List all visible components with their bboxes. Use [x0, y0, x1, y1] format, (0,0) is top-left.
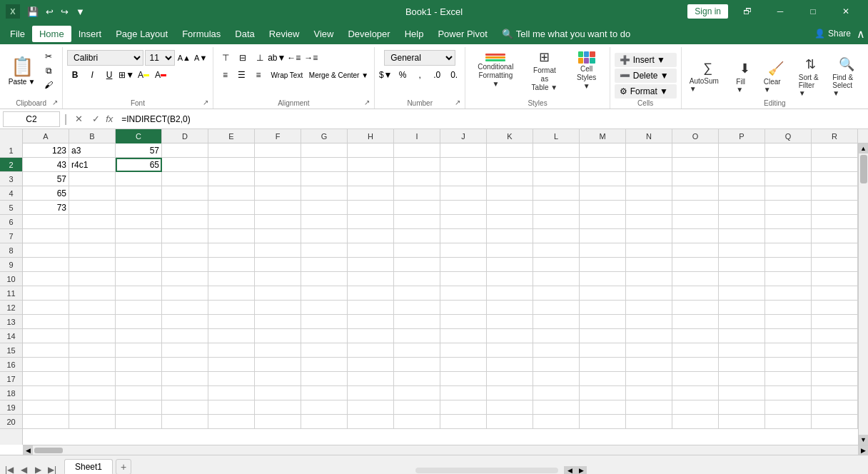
orientation-btn[interactable]: ab▼	[269, 50, 285, 66]
menu-formulas[interactable]: Formulas	[175, 26, 228, 42]
cell-k10[interactable]	[487, 272, 533, 286]
cell-k2[interactable]	[487, 158, 533, 172]
cell-p20[interactable]	[719, 415, 765, 429]
cell-m1[interactable]	[580, 143, 626, 158]
cell-c15[interactable]	[116, 343, 162, 358]
cell-r3[interactable]	[812, 172, 858, 186]
autosum-btn[interactable]: ∑ AutoSum ▼	[686, 57, 730, 96]
cell-m17[interactable]	[580, 372, 626, 386]
cell-o14[interactable]	[672, 329, 719, 343]
cell-d6[interactable]	[162, 215, 208, 229]
cell-o18[interactable]	[672, 386, 719, 400]
format-cells-btn[interactable]: ⚙ Format ▼	[615, 84, 677, 99]
menu-help[interactable]: Help	[398, 26, 431, 42]
formula-input[interactable]: =INDIRECT(B2,0)	[118, 111, 865, 127]
cell-b18[interactable]	[69, 386, 116, 400]
border-button[interactable]: ⊞▼	[118, 67, 134, 83]
cell-k12[interactable]	[487, 301, 533, 315]
cell-o12[interactable]	[672, 301, 719, 315]
cell-a9[interactable]	[23, 258, 69, 272]
cell-m2[interactable]	[580, 158, 626, 172]
cell-j15[interactable]	[440, 343, 487, 358]
cell-r9[interactable]	[812, 258, 858, 272]
menu-insert[interactable]: Insert	[71, 26, 109, 42]
cell-o9[interactable]	[672, 258, 719, 272]
cell-b10[interactable]	[69, 272, 116, 286]
cell-c20[interactable]	[116, 415, 162, 429]
cell-h11[interactable]	[348, 286, 394, 301]
cell-e16[interactable]	[208, 358, 255, 372]
row-num-18[interactable]: 18	[0, 386, 22, 400]
decrease-font-btn[interactable]: A▼	[193, 50, 208, 66]
cell-f18[interactable]	[255, 386, 301, 400]
cell-e4[interactable]	[208, 186, 255, 201]
cell-b7[interactable]	[69, 229, 116, 243]
cell-c13[interactable]	[116, 315, 162, 329]
scroll-right-btn[interactable]: ▶	[858, 445, 868, 455]
cell-d5[interactable]	[162, 201, 208, 215]
font-color-button[interactable]: A	[153, 67, 168, 83]
cell-f16[interactable]	[255, 358, 301, 372]
cell-n2[interactable]	[626, 158, 672, 172]
cancel-formula-btn[interactable]: ✕	[71, 112, 86, 126]
cell-k15[interactable]	[487, 343, 533, 358]
row-num-15[interactable]: 15	[0, 343, 22, 358]
cell-b13[interactable]	[69, 315, 116, 329]
cell-r1[interactable]	[812, 143, 858, 158]
cell-p10[interactable]	[719, 272, 765, 286]
cell-q14[interactable]	[765, 329, 812, 343]
cell-a14[interactable]	[23, 329, 69, 343]
cell-h17[interactable]	[348, 372, 394, 386]
cell-c19[interactable]	[116, 400, 162, 415]
cell-d2[interactable]	[162, 158, 208, 172]
cell-g1[interactable]	[301, 143, 348, 158]
cell-h14[interactable]	[348, 329, 394, 343]
increase-decimal-btn[interactable]: 0.	[446, 67, 462, 83]
cell-l18[interactable]	[533, 386, 580, 400]
cell-k8[interactable]	[487, 243, 533, 258]
cell-l17[interactable]	[533, 372, 580, 386]
cell-f3[interactable]	[255, 172, 301, 186]
font-face-select[interactable]: Calibri	[67, 50, 143, 66]
cell-g11[interactable]	[301, 286, 348, 301]
align-bottom-btn[interactable]: ⊥	[252, 50, 268, 66]
cell-m8[interactable]	[580, 243, 626, 258]
cell-g18[interactable]	[301, 386, 348, 400]
cell-h13[interactable]	[348, 315, 394, 329]
cell-q9[interactable]	[765, 258, 812, 272]
cell-l14[interactable]	[533, 329, 580, 343]
cell-d8[interactable]	[162, 243, 208, 258]
cell-c16[interactable]	[116, 358, 162, 372]
row-num-8[interactable]: 8	[0, 243, 22, 258]
cell-d20[interactable]	[162, 415, 208, 429]
sheet-first-btn[interactable]: |◀	[3, 465, 16, 474]
cell-j2[interactable]	[440, 158, 487, 172]
number-expand[interactable]: ↗	[455, 99, 463, 107]
cell-c11[interactable]	[116, 286, 162, 301]
cell-o4[interactable]	[672, 186, 719, 201]
cell-p9[interactable]	[719, 258, 765, 272]
cell-a2[interactable]: 43	[23, 158, 69, 172]
cell-n7[interactable]	[626, 229, 672, 243]
cell-a16[interactable]	[23, 358, 69, 372]
cell-e12[interactable]	[208, 301, 255, 315]
cell-h6[interactable]	[348, 215, 394, 229]
col-header-h[interactable]: H	[348, 129, 394, 143]
horizontal-scrollbar[interactable]: ◀ ▶	[23, 445, 868, 455]
cell-r4[interactable]	[812, 186, 858, 201]
scroll-thumb-h[interactable]	[34, 448, 63, 453]
cell-e17[interactable]	[208, 372, 255, 386]
cell-n11[interactable]	[626, 286, 672, 301]
cell-i13[interactable]	[394, 315, 440, 329]
maximize-btn[interactable]: □	[797, 0, 829, 23]
cell-q13[interactable]	[765, 315, 812, 329]
cell-d4[interactable]	[162, 186, 208, 201]
cell-a12[interactable]	[23, 301, 69, 315]
cell-j5[interactable]	[440, 201, 487, 215]
cell-l19[interactable]	[533, 400, 580, 415]
scroll-left-btn[interactable]: ◀	[23, 445, 33, 455]
cell-r11[interactable]	[812, 286, 858, 301]
cell-h3[interactable]	[348, 172, 394, 186]
cell-b12[interactable]	[69, 301, 116, 315]
cell-p3[interactable]	[719, 172, 765, 186]
